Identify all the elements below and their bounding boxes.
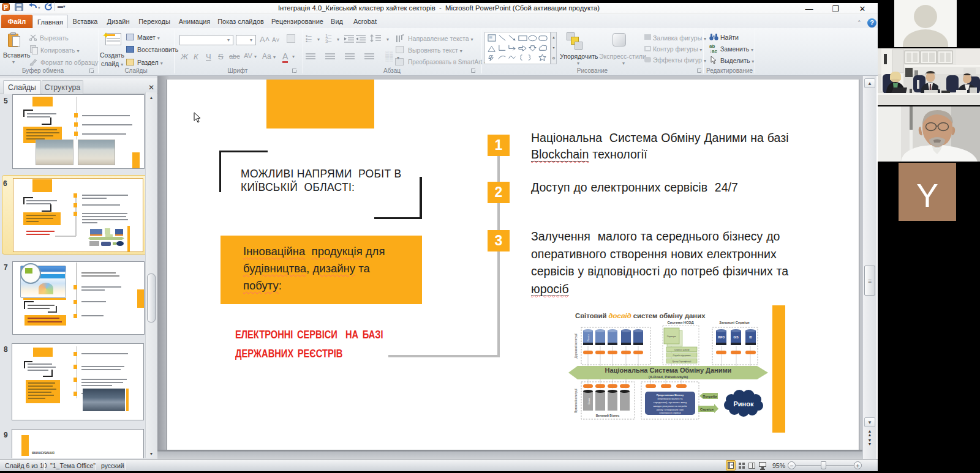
svg-text:Сервіси: Сервіси (700, 408, 714, 411)
svg-text:(переважно малого та: (переважно малого та (658, 397, 684, 400)
svg-text:Системи НСОД: Системи НСОД (667, 321, 694, 324)
svg-text:Сервери: Сервери (667, 335, 676, 338)
svg-text:Представники Бізнесу: Представники Бізнесу (657, 393, 684, 397)
svg-text:ID: ID (749, 336, 752, 339)
svg-text:Служба підтримки: Служба підтримки (673, 354, 691, 357)
svg-text:Державні інституції: Державні інституції (575, 333, 578, 359)
svg-text:Загальні Сервіси: Загальні Сервіси (719, 321, 750, 324)
svg-text:середнього), що мають змогу: середнього), що мають змогу (654, 401, 687, 404)
svg-text:GIS: GIS (734, 336, 739, 339)
svg-text:Приватні інституції: Приватні інституції (575, 388, 578, 413)
svg-text:Світовий досвід систем обміну: Світовий досвід систем обміну даних (575, 312, 706, 319)
svg-text:Національна Система Обміну Дан: Національна Система Обміну Даними (605, 367, 732, 374)
svg-text:(X-Road, Palveluväylä): (X-Road, Palveluväylä) (649, 375, 688, 379)
svg-text:Банки: Банки (588, 398, 590, 404)
svg-text:Реєстр: Реєстр (587, 334, 590, 341)
svg-text:Великий Бізнес: Великий Бізнес (596, 414, 620, 417)
svg-text:Потреби: Потреби (703, 395, 717, 398)
svg-text:INFO: INFO (718, 336, 725, 339)
svg-text:електронні сервіси: електронні сервіси (660, 411, 681, 414)
svg-text:Центр Сертифікації: Центр Сертифікації (673, 360, 692, 363)
svg-text:Сервісні шлюзи: Сервісні шлюзи (674, 349, 690, 351)
svg-text:Ринок: Ринок (734, 400, 754, 408)
svg-text:швидко реагувати на потреби: швидко реагувати на потреби (653, 404, 687, 408)
